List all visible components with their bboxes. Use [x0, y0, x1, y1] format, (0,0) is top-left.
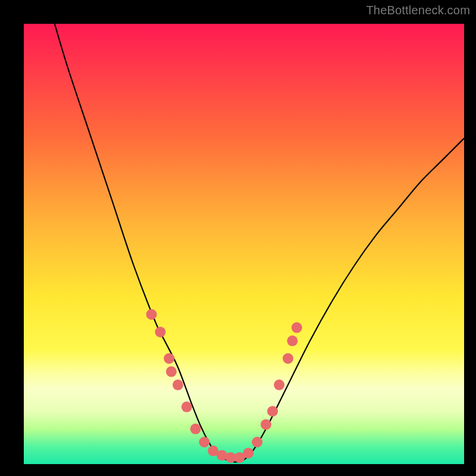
curve-marker	[243, 448, 253, 459]
curve-marker	[292, 322, 302, 333]
curve-marker	[173, 380, 183, 390]
curve-marker	[261, 419, 271, 430]
curve-marker	[155, 327, 165, 337]
bottleneck-curve	[55, 24, 464, 462]
watermark-text: TheBottleneck.com	[366, 4, 470, 17]
curve-marker	[166, 367, 177, 377]
curve-marker	[283, 353, 293, 364]
curve-marker	[164, 353, 174, 364]
plot-area	[24, 24, 464, 464]
curve-marker	[199, 437, 209, 447]
curve-marker	[274, 380, 284, 390]
curve-marker	[146, 309, 157, 320]
bottleneck-curve-svg	[24, 24, 464, 464]
curve-marker	[252, 437, 262, 447]
curve-marker	[287, 336, 298, 346]
curve-marker	[181, 402, 192, 412]
curve-marker	[267, 406, 278, 416]
chart-frame: TheBottleneck.com	[0, 0, 476, 476]
curve-marker	[190, 424, 201, 434]
curve-markers	[146, 309, 302, 463]
